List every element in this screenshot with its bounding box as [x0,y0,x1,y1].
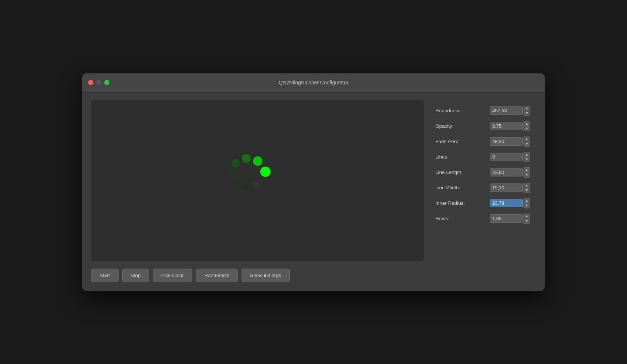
spinner-dot-8 [253,181,260,189]
revs-down[interactable]: ▼ [523,219,530,224]
line-width-up[interactable]: ▲ [523,183,530,188]
line-width-down[interactable]: ▼ [523,188,530,193]
lines-row: Lines: ▲ ▼ [435,152,530,162]
line-length-input-wrap: ▲ ▼ [490,167,530,178]
lines-up[interactable]: ▲ [523,152,530,157]
line-width-spinners: ▲ ▼ [523,183,530,193]
window-title: QtWaitingSpinner Configurator [279,80,348,85]
spinner-dot-6 [232,180,239,186]
maximize-button[interactable] [104,80,109,85]
fade-perc-down[interactable]: ▼ [523,142,530,147]
fade-perc-spinners: ▲ ▼ [523,136,530,147]
inner-radius-down[interactable]: ▼ [523,203,530,208]
roundness-label: Roundness: [435,108,490,113]
opacity-row: Opacity: ▲ ▼ [435,121,530,131]
inner-radius-up[interactable]: ▲ [523,198,530,203]
opacity-input[interactable] [490,122,523,130]
traffic-lights [88,80,109,85]
inner-radius-input[interactable] [490,199,523,207]
spinner-dot-1 [260,167,271,177]
revs-spinners: ▲ ▼ [523,214,530,224]
line-length-row: Line Length: ▲ ▼ [435,167,530,178]
opacity-up[interactable]: ▲ [523,121,530,126]
window-content: Roundness: ▲ ▼ Opacity: [82,92,545,291]
line-width-input[interactable] [490,183,523,192]
randomize-button[interactable]: Randomize [196,269,238,282]
fade-perc-label: Fade Perc: [435,139,490,144]
spinner-canvas [91,100,424,261]
opacity-spinners: ▲ ▼ [523,121,530,131]
spinner-dot-5 [229,170,236,177]
revs-row: Rev/s: ▲ ▼ [435,214,530,224]
lines-input[interactable] [490,153,523,161]
spinner-dot-4 [232,159,240,167]
line-length-spinners: ▲ ▼ [523,167,530,178]
spinner-animation [228,151,272,195]
line-width-input-wrap: ▲ ▼ [490,183,530,193]
spinner-dot-7 [243,184,249,190]
lines-label: Lines: [435,154,490,160]
fade-perc-up[interactable]: ▲ [523,136,530,142]
main-area: Roundness: ▲ ▼ Opacity: [91,100,536,261]
stop-button[interactable]: Stop [122,269,149,282]
close-button[interactable] [88,80,93,85]
revs-input-wrap: ▲ ▼ [490,214,530,224]
inner-radius-row: Inner Radius: ▲ ▼ [435,198,530,208]
lines-spinners: ▲ ▼ [523,152,530,162]
line-width-label: Line Width: [435,185,490,190]
show-init-args-button[interactable]: Show init args [242,269,290,282]
opacity-input-wrap: ▲ ▼ [490,121,530,131]
line-length-label: Line Length: [435,170,490,175]
opacity-down[interactable]: ▼ [523,126,530,131]
roundness-input[interactable] [490,106,523,115]
roundness-up[interactable]: ▲ [523,106,530,111]
minimize-button[interactable] [96,80,101,85]
roundness-input-wrap: ▲ ▼ [490,106,530,116]
revs-up[interactable]: ▲ [523,214,530,219]
inner-radius-input-wrap: ▲ ▼ [490,198,530,208]
lines-input-wrap: ▲ ▼ [490,152,530,162]
fade-perc-input[interactable] [490,137,523,146]
spinner-dot-2 [253,156,262,166]
line-width-row: Line Width: ▲ ▼ [435,183,530,193]
roundness-down[interactable]: ▼ [523,111,530,116]
pick-color-button[interactable]: Pick Color [153,269,192,282]
lines-down[interactable]: ▼ [523,157,530,162]
line-length-input[interactable] [490,168,523,176]
spinner-dot-3 [242,154,251,163]
fade-perc-input-wrap: ▲ ▼ [490,136,530,147]
roundness-spinners: ▲ ▼ [523,106,530,116]
fade-perc-row: Fade Perc: ▲ ▼ [435,136,530,147]
spinner-container [228,151,287,210]
button-bar: Start Stop Pick Color Randomize Show ini… [91,269,536,282]
app-window: QtWaitingSpinner Configurator [82,73,545,291]
revs-input[interactable] [490,214,523,223]
start-button[interactable]: Start [91,269,119,282]
line-length-down[interactable]: ▼ [523,172,530,178]
revs-label: Rev/s: [435,216,490,221]
controls-panel: Roundness: ▲ ▼ Opacity: [430,100,536,261]
roundness-row: Roundness: ▲ ▼ [435,106,530,116]
titlebar: QtWaitingSpinner Configurator [82,73,545,92]
inner-radius-label: Inner Radius: [435,200,490,206]
inner-radius-spinners: ▲ ▼ [523,198,530,208]
line-length-up[interactable]: ▲ [523,167,530,172]
opacity-label: Opacity: [435,123,490,129]
